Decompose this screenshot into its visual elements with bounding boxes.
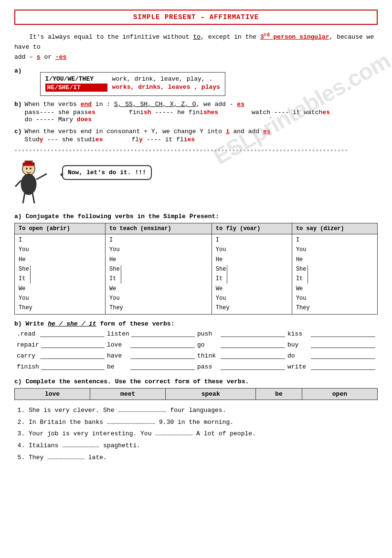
col-header-fly: to fly (voar) [212,223,292,234]
write-line-listen[interactable] [131,330,195,337]
section-b-label: b) [14,101,22,123]
sentence-5: They ………………………… late. [29,452,378,464]
verb-love: love [107,341,128,348]
verb-be: be [107,363,128,370]
verb-have: have [107,352,128,359]
write-line-carry[interactable] [40,352,105,359]
sentences-list: She is very clever. She ………………………………… fo… [19,405,378,463]
verb-push: push [197,330,219,337]
svg-line-4 [23,193,25,203]
word-speak: speak [166,388,256,400]
verb-item-do: do [287,352,375,359]
write-line-repair[interactable] [41,341,105,348]
verb-carry: carry [17,352,38,359]
svg-line-6 [36,174,47,179]
section-c-label: c) [14,128,22,143]
verb-item-repair: repair [17,341,105,348]
col-header-say: to say (dizer) [292,223,377,234]
svg-line-7 [15,180,21,187]
verb-buy: buy [287,341,309,348]
rule-row-2: HE/SHE/IT works, drinks, leaves , plays [45,84,220,92]
section-c-examples: Study --- she studies fly ---- it flies [25,136,271,143]
rule-row1-verbs: work, drink, leave, play, . [112,75,213,83]
verb-repair: repair [17,341,39,348]
verb-do: do [287,352,309,359]
verb-write: write [287,363,309,370]
write-line-be[interactable] [130,363,195,370]
svg-point-3 [21,174,36,195]
write-line-think[interactable] [221,352,285,359]
verb-item-have: have [107,352,195,359]
verb-item-go: go [197,341,285,348]
say-pronouns: IYouHe SheIt WeYouThey [292,234,377,314]
section-b-examples: pass---- she passes finish ----- he fini… [25,109,330,116]
verb-item-love: love [107,341,195,348]
verb-item-push: push [197,330,285,337]
verb-think: think [197,352,219,359]
section-b: b) When the verbs end in : S, SS, SH, CH… [14,101,378,123]
write-line-buy[interactable] [311,341,375,348]
write-line-pass[interactable] [221,363,285,370]
verb-write-section: .read listen push kiss repair love go [14,330,378,372]
divider: ****************************************… [14,149,378,155]
word-box-table: love meet speak be open [14,388,378,400]
write-line-have[interactable] [130,352,195,359]
verb-item-carry: carry [17,352,105,359]
col-header-open: To open (abrir) [15,223,106,234]
word-open: open [302,388,377,400]
svg-point-9 [30,168,32,169]
verb-listen: listen [107,330,129,337]
write-line-do[interactable] [311,352,375,359]
exercise-b-title: b) Write he / she / it form of these ver… [14,320,378,327]
verb-item-think: think [197,352,285,359]
verb-item-buy: buy [287,341,375,348]
superscript-rd: rd [264,32,270,38]
write-line-go[interactable] [221,341,285,348]
conjugation-table: To open (abrir) to teach (ensinar) to fl… [14,223,378,315]
table-row: IYouHe SheIt WeYouThey IYouHe SheIt WeYo… [15,234,378,314]
page-title: SIMPLE PRESENT – AFFIRMATIVE [14,10,378,25]
speech-bubble: Now, let's do it. !!! [62,165,152,180]
write-line-write[interactable] [311,363,375,370]
verb-item-write: write [287,363,375,370]
word-be: be [256,388,302,400]
exercise-a-title: a) Conjugate the following verbs in the … [14,213,378,220]
svg-line-5 [32,193,34,203]
col-header-teach: to teach (ensinar) [106,223,212,234]
section-a-label: a) [14,67,22,74]
verb-pass: pass [197,363,219,370]
write-line-kiss[interactable] [311,330,375,337]
sentence-3: Your job is very interesting. You ………………… [29,428,378,440]
sentence-4: Italians ………………………… spaghetti. [29,440,378,452]
speech-area: Now, let's do it. !!! [14,160,378,208]
write-line-push[interactable] [221,330,285,337]
write-line-finish[interactable] [41,363,105,370]
section-c: c) When the verbs end in consonant + Y, … [14,128,378,143]
write-line-love[interactable] [130,341,195,348]
write-line-read[interactable] [40,330,105,337]
word-love: love [15,388,90,400]
verb-kiss: kiss [287,330,309,337]
teach-pronouns: IYouHe SheIt WeYouThey [106,234,212,314]
svg-point-8 [26,168,28,169]
section-b-rule: When the verbs end in : S, SS, SH, CH, X… [25,101,330,108]
rule-row2-verbs: works, drinks, leaves , plays [112,84,220,92]
verb-read: .read [17,330,38,337]
verb-item-read: .read [17,330,105,337]
word-meet: meet [90,388,166,400]
verb-item-be: be [107,363,195,370]
verb-finish: finish [17,363,39,370]
rule-box: I/YOU/WE/THEY work, drink, leave, play, … [40,72,225,96]
pronoun-i-you-we-they: I/YOU/WE/THEY [45,75,107,83]
section-b-do-example: do ----- Mary does [25,116,330,123]
verb-item-pass: pass [197,363,285,370]
cartoon-figure [14,160,57,208]
verb-item-finish: finish [17,363,105,370]
rule-row-1: I/YOU/WE/THEY work, drink, leave, play, … [45,75,220,83]
open-pronouns: IYouHe SheIt WeYouThey [15,234,106,314]
sentence-2: In Britain the banks ………………………………… 9.30 … [29,417,378,429]
verb-item-kiss: kiss [287,330,375,337]
section-c-rule: When the verbs end in consonant + Y, we … [25,128,271,135]
svg-rect-2 [25,161,32,163]
fly-pronouns: IYouHe SheIt WeYouThey [212,234,292,314]
